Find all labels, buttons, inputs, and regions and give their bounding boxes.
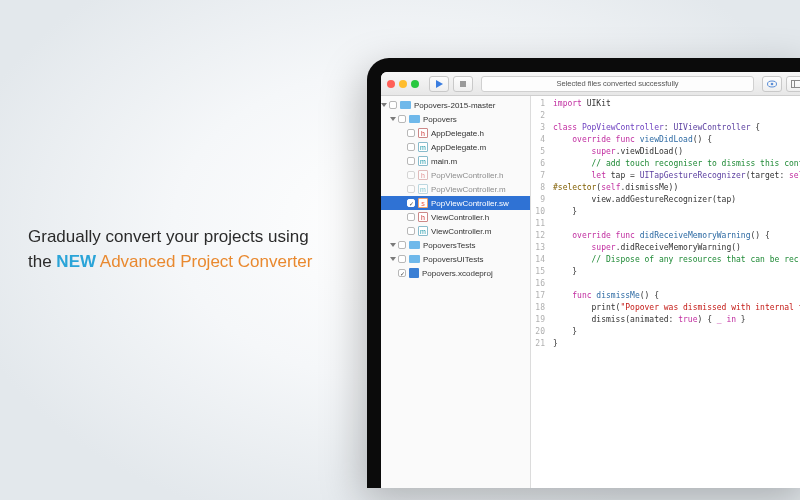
nav-root[interactable]: Popovers-2015-master (381, 98, 530, 112)
svg-rect-4 (792, 80, 801, 87)
status-text: Selected files converted successfully (556, 79, 678, 88)
run-button[interactable] (429, 76, 449, 92)
h-icon: h (418, 212, 428, 222)
app-window: Selected files converted successfully Po… (381, 72, 800, 488)
nav-sibling[interactable]: PopoversTests (381, 238, 530, 252)
h-icon: h (418, 170, 428, 180)
preview-button[interactable] (762, 76, 782, 92)
file-navigator[interactable]: Popovers-2015-masterPopovershAppDelegate… (381, 96, 531, 488)
file-label: PopViewController.sw (431, 199, 509, 208)
m-icon: m (418, 156, 428, 166)
nav-file[interactable]: mViewController.m (381, 224, 530, 238)
checkbox[interactable] (398, 115, 406, 123)
folder-icon (409, 255, 420, 263)
panels-button[interactable] (786, 76, 800, 92)
line-gutter: 1 2 3 4 5 6 7 8 9 10 11 12 13 14 15 16 1… (531, 96, 549, 488)
proj-icon (409, 268, 419, 278)
nav-sibling[interactable]: ✓Popovers.xcodeproj (381, 266, 530, 280)
close-window-button[interactable] (387, 80, 395, 88)
file-label: ViewController.m (431, 227, 491, 236)
file-label: PopoversUITests (423, 255, 483, 264)
checkbox[interactable] (389, 101, 397, 109)
folder-icon (409, 241, 420, 249)
stop-button[interactable] (453, 76, 473, 92)
m-icon: m (418, 142, 428, 152)
file-label: ViewController.h (431, 213, 489, 222)
file-label: AppDelegate.h (431, 129, 484, 138)
code-area[interactable]: import UIKit class PopViewController: UI… (549, 96, 800, 488)
h-icon: h (418, 128, 428, 138)
checkbox[interactable]: ✓ (398, 269, 406, 277)
nav-file[interactable]: mAppDelegate.m (381, 140, 530, 154)
window-controls (387, 80, 419, 88)
checkbox[interactable] (407, 143, 415, 151)
nav-file[interactable]: hPopViewController.h (381, 168, 530, 182)
status-bar: Selected files converted successfully (481, 76, 754, 92)
checkbox[interactable] (398, 255, 406, 263)
folder-icon (409, 115, 420, 123)
swift-icon: s (418, 198, 428, 208)
checkbox[interactable]: ✓ (407, 199, 415, 207)
checkbox[interactable] (407, 185, 415, 193)
tagline-line1: Gradually convert your projects using (28, 227, 309, 246)
m-icon: m (418, 226, 428, 236)
file-label: Popovers-2015-master (414, 101, 495, 110)
nav-sibling[interactable]: PopoversUITests (381, 252, 530, 266)
file-label: Popovers (423, 115, 457, 124)
file-label: AppDelegate.m (431, 143, 486, 152)
file-label: PopoversTests (423, 241, 475, 250)
file-label: Popovers.xcodeproj (422, 269, 493, 278)
checkbox[interactable] (407, 129, 415, 137)
checkbox[interactable] (407, 227, 415, 235)
tagline-line2-pre: the (28, 252, 56, 271)
svg-rect-1 (460, 81, 466, 87)
nav-file[interactable]: ✓sPopViewController.sw (381, 196, 530, 210)
m-icon: m (418, 184, 428, 194)
marketing-tagline: Gradually convert your projects using th… (28, 225, 348, 274)
nav-file[interactable]: hViewController.h (381, 210, 530, 224)
svg-marker-0 (436, 80, 443, 88)
checkbox[interactable] (407, 171, 415, 179)
nav-file[interactable]: hAppDelegate.h (381, 126, 530, 140)
file-label: PopViewController.h (431, 171, 503, 180)
checkbox[interactable] (398, 241, 406, 249)
minimize-window-button[interactable] (399, 80, 407, 88)
checkbox[interactable] (407, 213, 415, 221)
toolbar: Selected files converted successfully (381, 72, 800, 96)
checkbox[interactable] (407, 157, 415, 165)
nav-file[interactable]: mmain.m (381, 154, 530, 168)
tagline-acc: Advanced Project Converter (96, 252, 312, 271)
file-label: PopViewController.m (431, 185, 506, 194)
svg-point-3 (771, 82, 774, 85)
file-label: main.m (431, 157, 457, 166)
code-editor[interactable]: 1 2 3 4 5 6 7 8 9 10 11 12 13 14 15 16 1… (531, 96, 800, 488)
folder-icon (400, 101, 411, 109)
tagline-new: NEW (56, 252, 96, 271)
laptop-frame: Selected files converted successfully Po… (367, 58, 800, 488)
zoom-window-button[interactable] (411, 80, 419, 88)
nav-file[interactable]: mPopViewController.m (381, 182, 530, 196)
nav-group[interactable]: Popovers (381, 112, 530, 126)
